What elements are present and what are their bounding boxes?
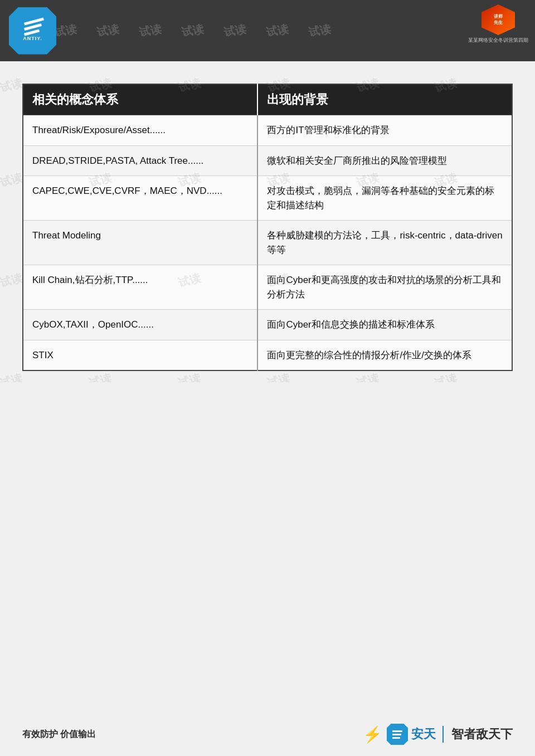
header-wm-6: 试读 [255, 19, 300, 42]
pwm-21: 试读 [177, 370, 202, 382]
table-row: Kill Chain,钻石分析,TTP......面向Cyber和更高强度的攻击… [23, 265, 512, 310]
footer-divider [442, 726, 444, 743]
data-table: 相关的概念体系 出现的背景 Threat/Risk/Exposure/Asset… [22, 84, 513, 371]
logo: ANTIY. [9, 7, 56, 55]
pwm-1: 试读 [0, 75, 24, 95]
table-cell-col1-1: DREAD,STRIDE,PASTA, Attack Tree...... [23, 145, 257, 176]
footer-logo-lines [392, 730, 402, 739]
header-wm-7: 试读 [298, 19, 342, 42]
footer-brand-sub: 智者敌天下 [451, 726, 513, 743]
table-cell-col1-5: CybOX,TAXII，OpenIOC...... [23, 310, 257, 340]
table-cell-col1-2: CAPEC,CWE,CVE,CVRF，MAEC，NVD...... [23, 176, 257, 221]
footer-brand-main: 安天 [411, 726, 436, 743]
header-wm-3: 试读 [128, 19, 173, 42]
footer-right: ⚡ 安天 智者敌天下 [363, 724, 513, 745]
col2-header: 出现的背景 [257, 84, 512, 115]
footer-logo-line-1 [392, 730, 402, 732]
table-cell-col2-5: 面向Cyber和信息交换的描述和标准体系 [257, 310, 512, 340]
table-cell-col2-3: 各种威胁建模的方法论，工具，risk-centric，data-driven等等 [257, 221, 512, 265]
table-cell-col2-0: 西方的IT管理和标准化的背景 [257, 115, 512, 146]
table-cell-col1-4: Kill Chain,钻石分析,TTP...... [23, 265, 257, 310]
pwm-23: 试读 [355, 370, 381, 382]
footer-logo: ⚡ 安天 智者敌天下 [363, 724, 513, 745]
pwm-13: 试读 [0, 270, 24, 290]
top-right-badge: 讲师 先生 某某网络安全冬训营第四期 [468, 4, 528, 44]
header-watermarks: 试读 试读 试读 试读 试读 试读 试读 [45, 0, 535, 61]
logo-text: ANTIY. [23, 36, 42, 41]
table-row: DREAD,STRIDE,PASTA, Attack Tree......微软和… [23, 145, 512, 176]
table-cell-col2-4: 面向Cyber和更高强度的攻击和对抗的场景的分析工具和分析方法 [257, 265, 512, 310]
pwm-24: 试读 [433, 370, 459, 382]
lightning-icon: ⚡ [363, 725, 382, 744]
main-content: 试读 试读 试读 试读 试读 试读 试读 试读 试读 试读 试读 试读 试读 试… [0, 61, 535, 382]
table-row: CAPEC,CWE,CVE,CVRF，MAEC，NVD......对攻击模式，脆… [23, 176, 512, 221]
logo-lines [22, 20, 44, 34]
table-row: CybOX,TAXII，OpenIOC......面向Cyber和信息交换的描述… [23, 310, 512, 340]
footer-logo-icon [387, 724, 408, 745]
footer-logo-line-2 [392, 734, 401, 735]
footer-logo-line-3 [392, 737, 400, 739]
pwm-19: 试读 [0, 370, 24, 382]
pwm-22: 试读 [266, 370, 291, 382]
table-cell-col1-0: Threat/Risk/Exposure/Asset...... [23, 115, 257, 146]
col1-header: 相关的概念体系 [23, 84, 257, 115]
table-row: Threat/Risk/Exposure/Asset......西方的IT管理和… [23, 115, 512, 146]
footer-left-text: 有效防护 价值输出 [22, 729, 96, 740]
table-row: STIX面向更完整的综合性的情报分析/作业/交换的体系 [23, 340, 512, 370]
header-wm-4: 试读 [171, 19, 215, 42]
header-wm-2: 试读 [86, 19, 130, 42]
header-wm-5: 试读 [213, 19, 257, 42]
table-cell-col2-2: 对攻击模式，脆弱点，漏洞等各种基础的安全元素的标定和描述结构 [257, 176, 512, 221]
table-row: Threat Modeling各种威胁建模的方法论，工具，risk-centri… [23, 221, 512, 265]
badge-subtitle: 某某网络安全冬训营第四期 [468, 37, 528, 44]
table-cell-col1-3: Threat Modeling [23, 221, 257, 265]
table-header-row: 相关的概念体系 出现的背景 [23, 84, 512, 115]
pwm-20: 试读 [87, 370, 113, 382]
footer: 有效防护 价值输出 ⚡ 安天 智者敌天下 [0, 724, 535, 745]
badge-inner-text: 讲师 先生 [494, 14, 503, 26]
header: ANTIY. 试读 试读 试读 试读 试读 试读 试读 讲师 先生 某某网络安全… [0, 0, 535, 61]
table-cell-col2-6: 面向更完整的综合性的情报分析/作业/交换的体系 [257, 340, 512, 370]
table-cell-col1-6: STIX [23, 340, 257, 370]
pwm-7: 试读 [0, 170, 24, 190]
badge-icon: 讲师 先生 [481, 4, 515, 35]
table-cell-col2-1: 微软和相关安全厂商所推出的风险管理模型 [257, 145, 512, 176]
